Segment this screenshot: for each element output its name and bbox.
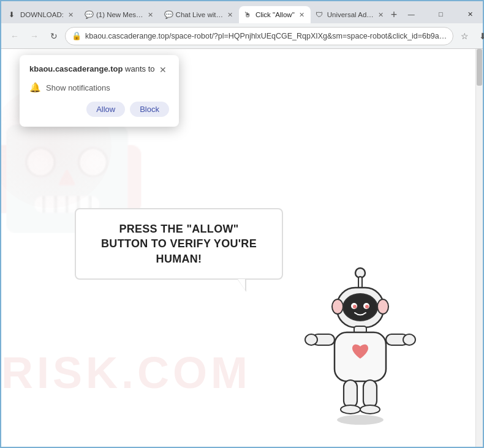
popup-buttons: Allow Block bbox=[29, 102, 169, 117]
bubble-tail-inner bbox=[238, 279, 245, 290]
popup-title: kbaou.cascaderange.top wants to bbox=[29, 64, 154, 75]
back-button[interactable]: ← bbox=[6, 28, 23, 45]
svg-point-20 bbox=[337, 415, 384, 425]
tab-label-messages: (1) New Mes… bbox=[96, 11, 143, 18]
speech-bubble-text: PRESS THE "ALLOW" BUTTON TO VERIFY YOU'R… bbox=[94, 222, 263, 266]
minimize-button[interactable]: — bbox=[397, 7, 425, 21]
tab-click-allow[interactable]: 🖱 Click "Allow" ✕ bbox=[239, 6, 311, 23]
omnibox[interactable]: 🔒 kbaou.cascaderange.top/space-robot/?pl… bbox=[65, 27, 453, 45]
notification-popup: kbaou.cascaderange.top wants to ✕ 🔔 Show… bbox=[20, 55, 179, 127]
svg-point-19 bbox=[360, 405, 380, 414]
tab-close-messages[interactable]: ✕ bbox=[146, 11, 154, 19]
close-button[interactable]: ✕ bbox=[456, 7, 484, 21]
svg-point-7 bbox=[365, 305, 369, 308]
popup-header: kbaou.cascaderange.top wants to ✕ bbox=[29, 64, 169, 76]
tab-favicon-chat: 💬 bbox=[164, 10, 173, 19]
robot-illustration bbox=[299, 261, 422, 435]
download-icon[interactable]: ⬇ bbox=[474, 28, 484, 45]
svg-point-6 bbox=[353, 305, 357, 308]
tab-messages[interactable]: 💬 (1) New Mes… ✕ bbox=[80, 6, 159, 23]
svg-point-15 bbox=[403, 334, 415, 345]
forward-button[interactable]: → bbox=[26, 28, 43, 45]
svg-point-3 bbox=[343, 294, 377, 321]
tab-label-download: DOWNLOAD: bbox=[20, 11, 64, 18]
svg-point-9 bbox=[377, 299, 388, 314]
security-icon: 🔒 bbox=[72, 31, 81, 40]
tab-close-universal-ad[interactable]: ✕ bbox=[377, 11, 385, 19]
window-controls: — □ ✕ bbox=[397, 7, 484, 23]
tab-label-chat: Chat Live wit… bbox=[176, 11, 223, 18]
tab-label-click-allow: Click "Allow" bbox=[255, 11, 295, 18]
bookmark-icon[interactable]: ☆ bbox=[456, 28, 473, 45]
reload-button[interactable]: ↻ bbox=[45, 28, 62, 45]
tab-bar: ⬇ DOWNLOAD: ✕ 💬 (1) New Mes… ✕ 💬 Chat Li… bbox=[1, 1, 483, 23]
tab-favicon-download: ⬇ bbox=[9, 10, 17, 19]
svg-point-18 bbox=[341, 405, 360, 414]
risk-com-watermark: RISK.COM bbox=[1, 348, 251, 398]
allow-button[interactable]: Allow bbox=[86, 102, 125, 117]
svg-point-13 bbox=[305, 334, 317, 345]
maximize-button[interactable]: □ bbox=[426, 7, 455, 21]
svg-rect-17 bbox=[363, 380, 377, 408]
tab-favicon-universal-ad: 🛡 bbox=[316, 10, 324, 19]
popup-title-suffix: wants to bbox=[123, 64, 154, 73]
scrollbar-thumb[interactable] bbox=[477, 49, 482, 86]
tab-chat[interactable]: 💬 Chat Live wit… ✕ bbox=[159, 6, 239, 23]
speech-bubble: PRESS THE "ALLOW" BUTTON TO VERIFY YOU'R… bbox=[75, 208, 283, 280]
toolbar-icons: ☆ ⬇ 👤 ⋮ bbox=[456, 28, 484, 45]
address-bar: ← → ↻ 🔒 kbaou.cascaderange.top/space-rob… bbox=[1, 23, 483, 49]
scrollbar[interactable] bbox=[475, 49, 483, 447]
url-text: kbaou.cascaderange.top/space-robot/?pl=H… bbox=[85, 32, 447, 40]
block-button[interactable]: Block bbox=[130, 102, 169, 117]
popup-notification-row: 🔔 Show notifications bbox=[29, 82, 169, 93]
tab-download[interactable]: ⬇ DOWNLOAD: ✕ bbox=[4, 6, 80, 23]
svg-point-8 bbox=[332, 299, 343, 314]
speech-bubble-wrap: PRESS THE "ALLOW" BUTTON TO VERIFY YOU'R… bbox=[75, 208, 283, 280]
popup-close-button[interactable]: ✕ bbox=[157, 64, 169, 76]
page-content: 🤖 RISK.COM kbaou.cascaderange.top wants … bbox=[1, 49, 483, 447]
svg-rect-16 bbox=[344, 380, 357, 408]
tab-favicon-messages: 💬 bbox=[85, 10, 93, 19]
popup-notification-label: Show notifications bbox=[46, 83, 110, 92]
bell-icon: 🔔 bbox=[29, 82, 41, 93]
browser-window: ⬇ DOWNLOAD: ✕ 💬 (1) New Mes… ✕ 💬 Chat Li… bbox=[0, 0, 484, 448]
new-tab-button[interactable]: + bbox=[391, 6, 398, 23]
tab-close-click-allow[interactable]: ✕ bbox=[298, 11, 306, 19]
popup-domain: kbaou.cascaderange.top bbox=[29, 64, 123, 73]
tab-label-universal-ad: Universal Ad… bbox=[327, 11, 374, 18]
tab-universal-ad[interactable]: 🛡 Universal Ad… ✕ bbox=[311, 6, 390, 23]
tab-close-download[interactable]: ✕ bbox=[67, 11, 75, 19]
tab-close-chat[interactable]: ✕ bbox=[226, 11, 234, 19]
tab-favicon-click-allow: 🖱 bbox=[244, 10, 252, 19]
